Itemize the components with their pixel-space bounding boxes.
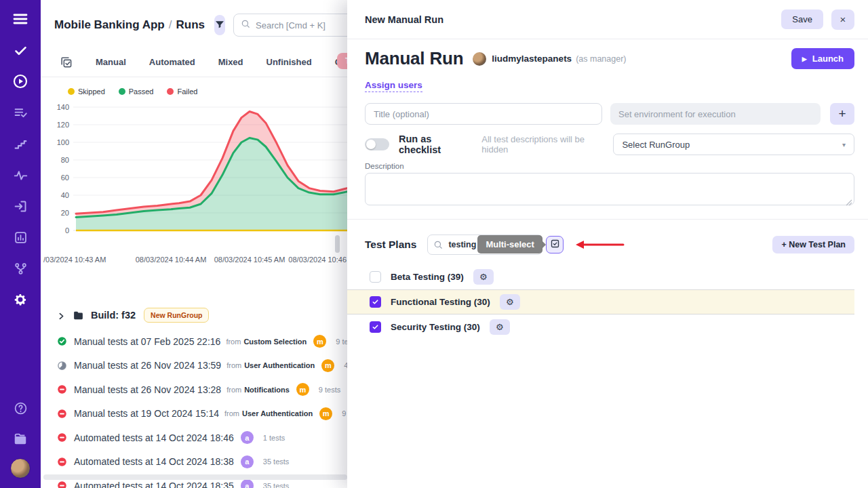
- svg-text:/03/2024 10:43 AM: /03/2024 10:43 AM: [43, 256, 106, 264]
- settings-icon[interactable]: [12, 291, 28, 308]
- run-source[interactable]: Custom Selection: [243, 338, 307, 346]
- run-status-in-progress-icon: [57, 361, 67, 371]
- vertical-scrollbar-thumb[interactable]: [335, 235, 340, 253]
- tab-automated[interactable]: Automated: [149, 57, 195, 67]
- manager-name[interactable]: liudmylastepanets: [492, 54, 572, 64]
- plan-name[interactable]: Beta Testing (39): [391, 272, 464, 282]
- multi-select-button[interactable]: [546, 236, 564, 253]
- report-icon[interactable]: [12, 229, 28, 245]
- run-row[interactable]: Manual tests at 19 Oct 2024 15:14fromUse…: [57, 402, 359, 426]
- filter-button[interactable]: [214, 15, 225, 35]
- test-plan-row[interactable]: Beta Testing (39)⚙: [365, 264, 854, 289]
- run-title-input[interactable]: [365, 103, 602, 125]
- activity-icon[interactable]: [12, 167, 28, 183]
- test-plan-row[interactable]: Functional Testing (30)⚙: [347, 289, 854, 314]
- check-icon[interactable]: [12, 42, 28, 58]
- test-plans-list: Beta Testing (39)⚙Functional Testing (30…: [365, 264, 854, 340]
- toggle-knob: [366, 140, 376, 149]
- run-title[interactable]: Automated tests at 14 Oct 2024 18:46: [74, 432, 234, 443]
- run-row[interactable]: Automated tests at 14 Oct 2024 18:46a1 t…: [57, 426, 359, 450]
- run-title[interactable]: Manual tests at 07 Feb 2025 22:16: [74, 336, 220, 347]
- rungroup-label[interactable]: Build: f32: [91, 310, 136, 321]
- breadcrumb-project[interactable]: Mobile Banking App: [54, 18, 165, 31]
- run-row[interactable]: Manual tests at 07 Feb 2025 22:16fromCus…: [57, 329, 359, 354]
- import-icon[interactable]: [12, 198, 28, 214]
- annotation-arrow-icon: [574, 240, 625, 249]
- run-row[interactable]: Automated tests at 14 Oct 2024 18:38a35 …: [57, 450, 359, 474]
- run-row[interactable]: Manual tests at 26 Nov 2024 13:28fromNot…: [57, 378, 359, 402]
- help-icon[interactable]: [12, 400, 28, 416]
- plan-settings-button[interactable]: ⚙: [500, 294, 520, 310]
- breadcrumb-separator: /: [165, 18, 176, 31]
- tab-mixed[interactable]: Mixed: [218, 57, 243, 67]
- legend-dot-icon: [119, 88, 125, 95]
- resize-grip-icon[interactable]: [846, 197, 852, 203]
- rungroup-row[interactable]: Build: f32 New RunGroup: [57, 306, 359, 324]
- checklist-row: Run as checklist All test descriptions w…: [365, 134, 854, 155]
- steps-icon[interactable]: [12, 136, 28, 152]
- run-type-badge: m: [313, 335, 326, 348]
- new-run-content: Manual Run liudmylastepanets (as manager…: [347, 48, 868, 340]
- plan-settings-button[interactable]: ⚙: [473, 269, 494, 285]
- menu-icon[interactable]: [12, 11, 28, 27]
- add-environment-button[interactable]: +: [830, 103, 854, 125]
- run-source[interactable]: User Authentication: [244, 361, 315, 369]
- run-source[interactable]: Notifications: [244, 386, 290, 394]
- breadcrumb-page[interactable]: Runs: [176, 18, 205, 31]
- plan-checkbox[interactable]: [370, 321, 381, 333]
- horizontal-scrollbar[interactable]: [43, 474, 347, 480]
- branch-icon[interactable]: [12, 260, 28, 277]
- gear-icon: ⚙: [506, 298, 514, 306]
- run-title[interactable]: Manual tests at 19 Oct 2024 15:14: [74, 408, 219, 419]
- run-from-label: from: [226, 338, 241, 346]
- run-from-label: from: [224, 409, 239, 418]
- svg-text:100: 100: [57, 138, 69, 146]
- plan-settings-button[interactable]: ⚙: [490, 319, 510, 335]
- svg-text:20: 20: [61, 209, 69, 217]
- plan-checkbox[interactable]: [370, 271, 381, 283]
- runs-tabs: ManualAutomatedMixedUnfinishedGroupsT: [41, 56, 347, 77]
- tab-unfinished[interactable]: Unfinished: [267, 57, 312, 67]
- select-all-icon[interactable]: [60, 56, 73, 68]
- run-as-checklist-toggle[interactable]: [365, 138, 389, 150]
- run-source[interactable]: User Authentication: [242, 409, 313, 418]
- rungroup-select-value: Select RunGroup: [622, 140, 690, 150]
- checklist-icon[interactable]: [12, 104, 28, 121]
- test-plan-row[interactable]: Security Testing (30)⚙: [365, 314, 854, 340]
- close-icon: ×: [840, 14, 846, 25]
- user-avatar[interactable]: [10, 458, 31, 479]
- environment-input[interactable]: [610, 103, 821, 125]
- panel-title: New Manual Run: [365, 14, 443, 25]
- svg-text:60: 60: [61, 174, 69, 182]
- save-button[interactable]: Save: [781, 9, 823, 29]
- plan-name[interactable]: Security Testing (30): [391, 322, 480, 332]
- rungroup-select[interactable]: Select RunGroup ▾: [613, 134, 854, 155]
- run-title[interactable]: Manual tests at 26 Nov 2024 13:28: [74, 384, 221, 395]
- description-textarea[interactable]: [365, 173, 854, 205]
- folder-open-icon[interactable]: [12, 431, 28, 447]
- run-type-badge: a: [241, 455, 254, 468]
- launch-button[interactable]: ▶ Launch: [791, 48, 854, 69]
- search-icon: [433, 240, 443, 249]
- new-test-plan-button[interactable]: + New Test Plan: [772, 236, 854, 253]
- run-type-badge: m: [319, 407, 332, 420]
- manager-avatar: [473, 52, 486, 66]
- run-title[interactable]: Manual tests at 26 Nov 2024 13:59: [74, 360, 221, 371]
- panel-close-button[interactable]: ×: [831, 9, 854, 30]
- run-title[interactable]: Automated tests at 14 Oct 2024 18:38: [74, 456, 234, 467]
- run-tests-count: 1 tests: [263, 434, 285, 442]
- legend-dot-icon: [167, 88, 174, 95]
- chevron-right-icon[interactable]: [57, 311, 66, 320]
- run-status-failed-icon: [57, 409, 67, 419]
- assign-users-link[interactable]: Assign users: [365, 80, 422, 92]
- run-row[interactable]: Manual tests at 26 Nov 2024 13:59fromUse…: [57, 354, 359, 378]
- tab-manual[interactable]: Manual: [96, 57, 126, 67]
- run-rows: Manual tests at 07 Feb 2025 22:16fromCus…: [57, 329, 359, 488]
- play-circle-icon[interactable]: [12, 73, 28, 89]
- multi-select-tooltip: Multi-select: [477, 235, 542, 253]
- plan-name[interactable]: Functional Testing (30): [391, 297, 490, 307]
- play-icon: ▶: [802, 56, 807, 62]
- run-title[interactable]: Automated tests at 14 Oct 2024 18:35: [74, 481, 234, 488]
- plan-checkbox[interactable]: [370, 296, 381, 308]
- run-title-row: Manual Run liudmylastepanets (as manager…: [365, 48, 854, 69]
